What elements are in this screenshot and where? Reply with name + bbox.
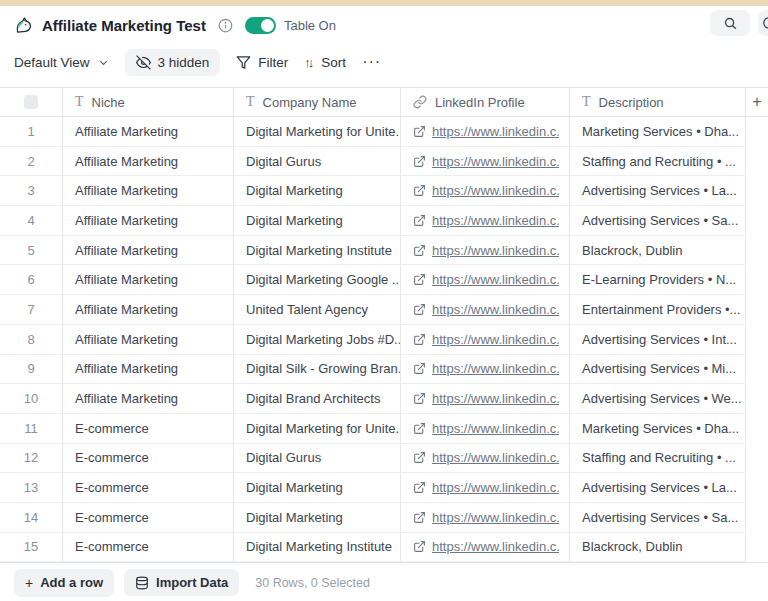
view-selector[interactable]: Default View [14,55,109,70]
external-link-icon[interactable] [413,422,426,435]
row-number-cell[interactable]: 7 [0,295,63,325]
linkedin-profile-cell[interactable]: https://www.linkedin.c... [401,117,570,147]
row-number-cell[interactable]: 12 [0,444,63,474]
linkedin-profile-cell[interactable]: https://www.linkedin.c... [401,414,570,444]
linkedin-profile-cell[interactable]: https://www.linkedin.c... [401,325,570,355]
linkedin-profile-cell[interactable]: https://www.linkedin.c... [401,147,570,177]
company-name-cell[interactable]: Digital Marketing [234,473,401,503]
linkedin-link[interactable]: https://www.linkedin.c... [432,332,559,347]
description-cell[interactable]: Staffing and Recruiting • ... [570,444,746,474]
company-name-cell[interactable]: Digital Marketing [234,176,401,206]
company-name-cell[interactable]: Digital Marketing [234,206,401,236]
column-header-company-name[interactable]: T Company Name [234,88,401,117]
external-link-icon[interactable] [413,540,426,553]
company-name-cell[interactable]: Digital Marketing [234,503,401,533]
linkedin-link[interactable]: https://www.linkedin.c... [432,124,559,139]
linkedin-profile-cell[interactable]: https://www.linkedin.c... [401,503,570,533]
niche-cell[interactable]: Affiliate Marketing [63,355,234,385]
linkedin-link[interactable]: https://www.linkedin.c... [432,154,559,169]
column-header-niche[interactable]: T Niche [63,88,234,117]
external-link-icon[interactable] [413,303,426,316]
description-cell[interactable]: E-Learning Providers • N... [570,265,746,295]
description-cell[interactable]: Advertising Services • La... [570,176,746,206]
company-name-cell[interactable]: United Talent Agency [234,295,401,325]
more-options-button[interactable]: ··· [362,53,381,71]
niche-cell[interactable]: Affiliate Marketing [63,325,234,355]
linkedin-link[interactable]: https://www.linkedin.c... [432,302,559,317]
external-link-icon[interactable] [413,184,426,197]
linkedin-profile-cell[interactable]: https://www.linkedin.c... [401,533,570,563]
row-number-cell[interactable]: 9 [0,355,63,385]
linkedin-link[interactable]: https://www.linkedin.c... [432,391,559,406]
linkedin-profile-cell[interactable]: https://www.linkedin.c... [401,384,570,414]
description-cell[interactable]: Advertising Services • We... [570,384,746,414]
row-number-cell[interactable]: 6 [0,265,63,295]
linkedin-link[interactable]: https://www.linkedin.c... [432,480,559,495]
description-cell[interactable]: Staffing and Recruiting • ... [570,147,746,177]
description-cell[interactable]: Blackrock, Dublin [570,236,746,266]
sort-button[interactable]: ↑↓ Sort [304,55,346,70]
niche-cell[interactable]: E-commerce [63,533,234,563]
niche-cell[interactable]: E-commerce [63,444,234,474]
company-name-cell[interactable]: Digital Gurus [234,147,401,177]
description-cell[interactable]: Advertising Services • Int... [570,325,746,355]
external-link-icon[interactable] [413,333,426,346]
company-name-cell[interactable]: Digital Marketing Institute [234,236,401,266]
row-number-cell[interactable]: 1 [0,117,63,147]
company-name-cell[interactable]: Digital Silk - Growing Bran... [234,355,401,385]
description-cell[interactable]: Advertising Services • La... [570,473,746,503]
niche-cell[interactable]: Affiliate Marketing [63,384,234,414]
linkedin-profile-cell[interactable]: https://www.linkedin.c... [401,265,570,295]
external-link-icon[interactable] [413,392,426,405]
company-name-cell[interactable]: Digital Marketing for Unite... [234,117,401,147]
row-number-cell[interactable]: 8 [0,325,63,355]
linkedin-link[interactable]: https://www.linkedin.c... [432,361,559,376]
company-name-cell[interactable]: Digital Marketing for Unite... [234,414,401,444]
company-name-cell[interactable]: Digital Marketing Institute [234,533,401,563]
linkedin-link[interactable]: https://www.linkedin.c... [432,213,559,228]
info-icon[interactable] [218,18,233,33]
niche-cell[interactable]: E-commerce [63,503,234,533]
row-number-cell[interactable]: 10 [0,384,63,414]
external-link-icon[interactable] [413,362,426,375]
company-name-cell[interactable]: Digital Gurus [234,444,401,474]
linkedin-link[interactable]: https://www.linkedin.c... [432,539,559,554]
linkedin-profile-cell[interactable]: https://www.linkedin.c... [401,355,570,385]
description-cell[interactable]: Marketing Services • Dha... [570,414,746,444]
company-name-cell[interactable]: Digital Brand Architects [234,384,401,414]
row-number-cell[interactable]: 4 [0,206,63,236]
external-link-icon[interactable] [413,273,426,286]
niche-cell[interactable]: Affiliate Marketing [63,206,234,236]
row-number-cell[interactable]: 14 [0,503,63,533]
description-cell[interactable]: Marketing Services • Dha... [570,117,746,147]
linkedin-link[interactable]: https://www.linkedin.c... [432,450,559,465]
linkedin-link[interactable]: https://www.linkedin.c... [432,272,559,287]
linkedin-link[interactable]: https://www.linkedin.c... [432,510,559,525]
external-link-icon[interactable] [413,511,426,524]
linkedin-link[interactable]: https://www.linkedin.c... [432,243,559,258]
company-name-cell[interactable]: Digital Marketing Jobs #D... [234,325,401,355]
table-on-toggle[interactable] [245,17,276,34]
company-name-cell[interactable]: Digital Marketing Google ... [234,265,401,295]
niche-cell[interactable]: E-commerce [63,473,234,503]
description-cell[interactable]: Advertising Services • Mi... [570,355,746,385]
external-link-icon[interactable] [413,481,426,494]
description-cell[interactable]: Entertainment Providers •... [570,295,746,325]
linkedin-profile-cell[interactable]: https://www.linkedin.c... [401,236,570,266]
external-link-icon[interactable] [413,244,426,257]
add-column-button[interactable]: + [752,93,761,111]
external-link-icon[interactable] [413,451,426,464]
secondary-action-button[interactable] [758,10,768,36]
column-header-linkedin-profile[interactable]: LinkedIn Profile [401,88,570,117]
filter-button[interactable]: Filter [236,55,288,70]
select-all-checkbox[interactable] [24,95,38,109]
niche-cell[interactable]: Affiliate Marketing [63,117,234,147]
linkedin-profile-cell[interactable]: https://www.linkedin.c... [401,206,570,236]
import-data-button[interactable]: Import Data [124,569,239,596]
linkedin-profile-cell[interactable]: https://www.linkedin.c... [401,444,570,474]
add-row-button[interactable]: + Add a row [14,569,114,597]
row-number-cell[interactable]: 5 [0,236,63,266]
niche-cell[interactable]: E-commerce [63,414,234,444]
niche-cell[interactable]: Affiliate Marketing [63,176,234,206]
external-link-icon[interactable] [413,214,426,227]
